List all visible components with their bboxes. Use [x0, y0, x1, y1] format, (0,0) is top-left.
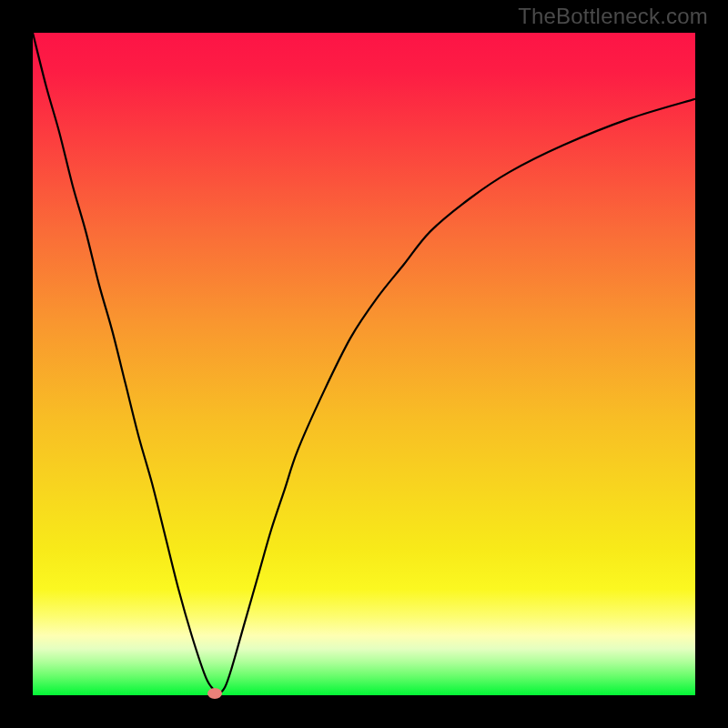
plot-area: [33, 33, 695, 695]
watermark-text: TheBottleneck.com: [518, 4, 708, 29]
chart-frame: TheBottleneck.com: [0, 0, 728, 728]
optimal-point-marker: [207, 688, 222, 699]
bottleneck-curve: [33, 33, 695, 693]
bottleneck-curve-svg: [33, 33, 695, 695]
